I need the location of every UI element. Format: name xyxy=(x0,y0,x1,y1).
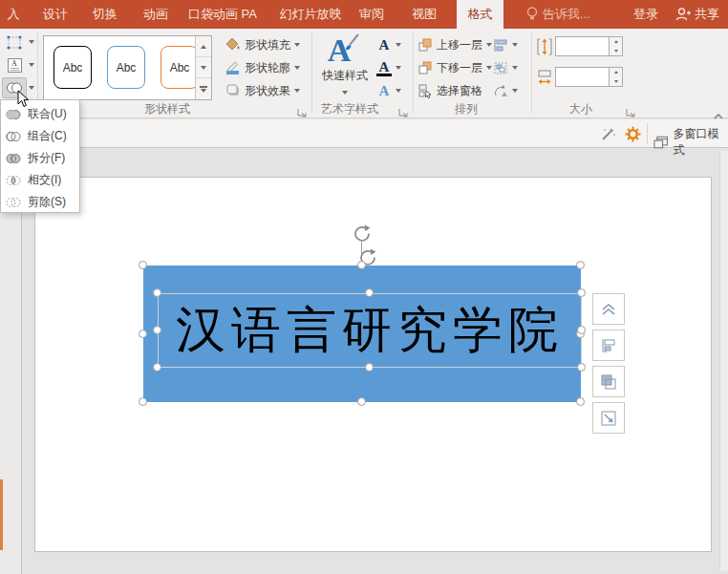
vertical-scrollbar[interactable] xyxy=(719,151,728,571)
selected-text-box[interactable]: 汉语言研究学院 xyxy=(158,293,582,368)
shape-height-input[interactable] xyxy=(555,36,610,56)
up-arrow-icon xyxy=(614,40,618,43)
text-outline-icon: A xyxy=(376,60,392,76)
send-backward-button[interactable]: 下移一层 xyxy=(418,57,492,78)
height-stepper[interactable] xyxy=(610,36,623,56)
resize-tool-icon xyxy=(600,410,617,427)
collapse-panel-button[interactable] xyxy=(592,293,625,325)
wordart-dialog-launcher[interactable] xyxy=(398,105,410,117)
dropdown-arrow-icon xyxy=(294,89,300,93)
tab-format[interactable]: 格式 xyxy=(457,0,503,29)
shape-handle-ne[interactable] xyxy=(576,261,585,269)
multi-window-icon xyxy=(653,136,668,150)
tab-pocket-animation[interactable]: 口袋动画 PA xyxy=(180,0,266,29)
collapse-ribbon-button[interactable] xyxy=(713,107,724,118)
textbox-handle-nw[interactable] xyxy=(153,288,161,297)
bring-forward-label: 上移一层 xyxy=(437,37,482,53)
sign-in-button[interactable]: 登录 xyxy=(623,0,669,29)
shape-handle-w[interactable] xyxy=(139,330,147,338)
resize-tool-button[interactable] xyxy=(592,402,625,434)
shape-width-input[interactable] xyxy=(555,67,610,87)
gallery-scroll-down[interactable] xyxy=(196,57,211,78)
size-dialog-launcher[interactable] xyxy=(626,105,637,117)
shape-handle-n[interactable] xyxy=(357,261,366,269)
quick-styles-icon: A xyxy=(315,32,375,68)
thumb-label: Abc xyxy=(63,61,83,74)
textbox-handle-s[interactable] xyxy=(365,363,374,372)
down-arrow-icon xyxy=(201,89,206,93)
width-icon xyxy=(537,68,552,87)
textbox-handle-sw[interactable] xyxy=(153,363,161,372)
tab-transitions[interactable]: 切换 xyxy=(76,0,134,29)
shape-width-field xyxy=(537,67,623,87)
textbox-handle-se[interactable] xyxy=(577,363,586,372)
shape-handle-sw[interactable] xyxy=(139,397,147,406)
edit-shape-button[interactable] xyxy=(2,32,27,53)
group-divider xyxy=(531,32,532,113)
menu-item-union[interactable]: 联合(U) xyxy=(1,103,79,125)
app-window: 入 设计 切换 动画 口袋动画 PA 幻灯片放映 审阅 视图 格式 告诉我...… xyxy=(0,0,728,574)
tell-me-box[interactable]: 告诉我... xyxy=(526,0,590,29)
shape-style-thumb-orange[interactable]: Abc xyxy=(161,46,199,89)
lightbulb-icon xyxy=(526,7,538,21)
tab-design[interactable]: 设计 xyxy=(27,0,84,29)
align-button[interactable] xyxy=(493,34,518,55)
share-button[interactable]: 共享 xyxy=(669,0,726,29)
menu-item-label: 组合(C) xyxy=(28,128,67,144)
group-objects-icon xyxy=(493,61,508,75)
shape-rotate-handle[interactable] xyxy=(353,223,372,243)
magic-tool-button[interactable] xyxy=(600,126,616,146)
tab-view[interactable]: 视图 xyxy=(399,0,449,29)
align-tool-button[interactable] xyxy=(592,330,625,361)
dropdown-arrow-icon xyxy=(29,63,34,67)
more-styles-icon xyxy=(200,86,207,88)
textbox-handle-ne[interactable] xyxy=(577,288,586,297)
intersect-icon xyxy=(6,174,21,187)
shape-outline-button[interactable]: 形状轮廓 xyxy=(225,57,300,78)
dropdown-arrow-icon xyxy=(512,43,518,47)
tab-review[interactable]: 审阅 xyxy=(347,0,396,29)
shape-style-thumb-blue[interactable]: Abc xyxy=(107,46,145,89)
settings-button[interactable] xyxy=(625,126,641,146)
dropdown-arrow-icon xyxy=(294,66,300,70)
text-fill-icon: A xyxy=(376,37,392,53)
text-effects-button[interactable]: A xyxy=(376,80,409,101)
menu-item-label: 联合(U) xyxy=(28,106,67,122)
dropdown-arrow-icon xyxy=(486,66,492,70)
shape-outline-label: 形状轮廓 xyxy=(245,60,290,76)
textbox-handle-n[interactable] xyxy=(365,288,374,297)
menu-item-subtract[interactable]: 剪除(S) xyxy=(1,191,79,213)
textbox-handle-e[interactable] xyxy=(577,326,586,334)
layer-order-button[interactable] xyxy=(592,366,625,397)
shape-handle-s[interactable] xyxy=(357,397,366,406)
rotate-button[interactable] xyxy=(493,80,518,101)
edit-shape-dropdown[interactable] xyxy=(28,32,35,53)
tab-slideshow[interactable]: 幻灯片放映 xyxy=(270,0,351,29)
shape-effects-button[interactable]: 形状效果 xyxy=(225,80,300,101)
gallery-scroll-up[interactable] xyxy=(196,36,211,57)
dropdown-arrow-icon xyxy=(396,43,401,47)
tab-animations[interactable]: 动画 xyxy=(127,0,184,29)
bring-forward-button[interactable]: 上移一层 xyxy=(418,34,492,55)
send-backward-icon xyxy=(418,61,433,75)
shape-handle-nw[interactable] xyxy=(139,261,147,269)
text-box-button[interactable]: A xyxy=(2,54,27,75)
textbox-handle-w[interactable] xyxy=(153,326,161,334)
shape-fill-button[interactable]: 形状填充 xyxy=(225,34,300,55)
wordart-group-label: 艺术字样式 xyxy=(302,101,397,115)
gallery-more-button[interactable] xyxy=(196,78,211,99)
text-fill-button[interactable]: A xyxy=(376,34,409,55)
shape-style-thumb-black[interactable]: Abc xyxy=(54,46,92,89)
selection-pane-button[interactable]: 选择窗格 xyxy=(418,80,482,101)
text-box-dropdown[interactable] xyxy=(28,54,35,75)
menu-item-intersect[interactable]: 相交(I) xyxy=(1,169,79,191)
shape-handle-se[interactable] xyxy=(576,397,585,406)
menu-item-fragment[interactable]: 拆分(F) xyxy=(1,147,79,169)
tab-insert-partial[interactable]: 入 xyxy=(0,0,27,29)
down-arrow-icon xyxy=(614,80,618,83)
text-outline-button[interactable]: A xyxy=(376,57,409,78)
menu-item-combine[interactable]: 组合(C) xyxy=(1,125,79,147)
multi-window-mode-button[interactable]: 多窗口模式 xyxy=(653,126,728,159)
width-stepper[interactable] xyxy=(610,67,623,87)
group-objects-button[interactable] xyxy=(493,57,518,78)
